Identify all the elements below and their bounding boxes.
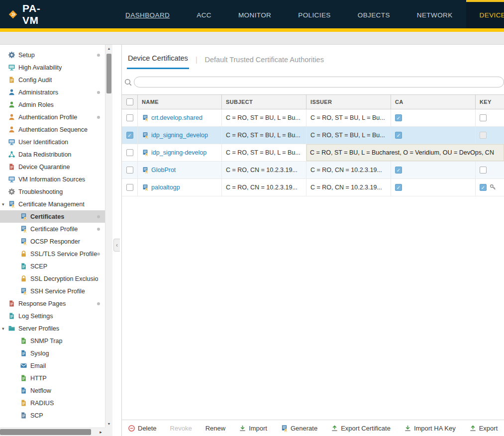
nav-item-monitor[interactable]: MONITOR [225, 0, 285, 28]
sidebar-item-authentication-sequence[interactable]: Authentication Sequence [0, 123, 105, 136]
nav-item-device[interactable]: DEVICE [466, 0, 504, 28]
column-header-ca[interactable]: CA [391, 95, 476, 109]
vertical-scroll-thumb[interactable] [106, 54, 111, 93]
sidebar-item-label: Authentication Sequence [18, 126, 88, 133]
sidebar-item-high-availability[interactable]: High Availability [0, 61, 105, 74]
scroll-down-button[interactable] [105, 420, 112, 428]
sidebar-item-http[interactable]: HTTP [0, 372, 105, 384]
sidebar-item-icon [8, 325, 15, 332]
toolbar-button-label: Import HA Key [414, 425, 456, 432]
issuer-text: C = RO, CN = 10.2.3.19... [310, 184, 382, 191]
expand-arrow-icon[interactable] [2, 326, 8, 331]
toolbar-button-icon [469, 425, 477, 432]
name-cell: crt.develop.shared [138, 109, 222, 126]
column-header-issuer[interactable]: ISSUER [306, 95, 391, 109]
sidebar-item-user-identification[interactable]: User Identification [0, 136, 105, 148]
sidebar-item-vm-information-sources[interactable]: VM Information Sources [0, 173, 105, 185]
issuer-cell: C = RO, ST = BU, L = Bu... [306, 109, 391, 126]
key-cell [476, 162, 504, 178]
certificate-name-link[interactable]: crt.develop.shared [151, 114, 202, 121]
sidebar-item-syslog[interactable]: Syslog [0, 347, 105, 359]
sidebar-collapse-handle[interactable] [113, 239, 120, 252]
toolbar-button-generate[interactable]: Generate [281, 425, 317, 432]
sidebar-item-config-audit[interactable]: Config Audit [0, 74, 105, 86]
sidebar-item-email[interactable]: Email [0, 359, 105, 372]
select-all-checkbox[interactable] [126, 98, 133, 105]
sidebar-item-ocsp-responder[interactable]: OCSP Responder [0, 235, 105, 248]
certificate-name-link[interactable]: idp_signing_develop [151, 132, 208, 139]
sidebar: Setup High Availability Config Audit Adm… [0, 45, 105, 428]
column-header-name[interactable]: NAME [138, 95, 222, 109]
sidebar-item-scp[interactable]: SCP [0, 409, 105, 422]
tab-separator: | [189, 56, 204, 69]
tab-default-trusted-certificate-authorities[interactable]: Default Trusted Certificate Authorities [204, 56, 325, 69]
sidebar-vertical-scrollbar[interactable] [105, 45, 112, 428]
sidebar-item-device-quarantine[interactable]: Device Quarantine [0, 161, 105, 173]
certificate-icon [142, 132, 149, 139]
sidebar-item-server-profiles[interactable]: Server Profiles [0, 322, 105, 335]
sidebar-horizontal-scrollbar[interactable] [0, 428, 105, 436]
column-header-key[interactable]: KEY [476, 95, 504, 109]
row-checkbox[interactable] [126, 184, 133, 191]
row-checkbox[interactable] [126, 114, 133, 121]
subject-cell: C = RO, ST = BU, L = Bu... [222, 127, 306, 144]
sidebar-item-certificates[interactable]: Certificates [0, 210, 105, 223]
certificate-name-link[interactable]: idp_signing-develop [151, 149, 206, 156]
sidebar-item-label: SCEP [30, 263, 47, 270]
nav-item-policies[interactable]: POLICIES [285, 0, 344, 28]
toolbar-button-renew[interactable]: Renew [205, 425, 225, 432]
column-header-subject[interactable]: SUBJECT [222, 95, 306, 109]
scrollbar-corner [105, 428, 112, 436]
status-dot [97, 253, 100, 256]
nav-item-objects[interactable]: OBJECTS [344, 0, 403, 28]
sidebar-item-data-redistribution[interactable]: Data Redistribution [0, 148, 105, 161]
sidebar-item-admin-roles[interactable]: Admin Roles [0, 98, 105, 111]
sidebar-item-label: SCP [30, 412, 43, 419]
sidebar-item-icon [20, 250, 27, 258]
sidebar-item-scep[interactable]: SCEP [0, 260, 105, 272]
paloalto-logo-icon [8, 7, 18, 22]
status-dot [97, 54, 100, 57]
nav-item-network[interactable]: NETWORK [403, 0, 466, 28]
sidebar-item-setup[interactable]: Setup [0, 49, 105, 61]
horizontal-scroll-thumb[interactable] [0, 429, 91, 435]
sidebar-item-administrators[interactable]: Administrators [0, 86, 105, 98]
row-checkbox[interactable] [126, 149, 133, 156]
expand-arrow-icon[interactable] [2, 202, 8, 207]
scroll-up-button[interactable] [105, 45, 112, 52]
toolbar-button-export-certificate[interactable]: Export Certificate [331, 425, 391, 432]
sidebar-item-ssl-decryption-exclusio[interactable]: SSL Decryption Exclusio [0, 272, 105, 285]
sidebar-item-ssl-tls-service-profile[interactable]: SSL/TLS Service Profile [0, 248, 105, 260]
certificate-icon [142, 184, 149, 191]
toolbar-button-export[interactable]: Export [469, 425, 498, 432]
sidebar-item-log-settings[interactable]: Log Settings [0, 310, 105, 322]
sidebar-item-troubleshooting[interactable]: Troubleshooting [0, 185, 105, 198]
row-checkbox[interactable] [126, 132, 133, 139]
tab-device-certificates[interactable]: Device Certificates [127, 54, 189, 69]
sidebar-item-certificate-profile[interactable]: Certificate Profile [0, 223, 105, 235]
certificate-name-link[interactable]: paloaltogp [151, 184, 180, 191]
sidebar-item-netflow[interactable]: Netflow [0, 384, 105, 397]
sidebar-item-label: VM Information Sources [18, 176, 85, 183]
main-panel: Device Certificates | Default Trusted Ce… [121, 45, 504, 436]
search-input[interactable] [134, 77, 504, 87]
key-checkbox [480, 114, 487, 121]
sidebar-item-snmp-trap[interactable]: SNMP Trap [0, 335, 105, 347]
toolbar-button-delete[interactable]: Delete [128, 425, 157, 432]
row-select-cell [122, 127, 138, 144]
sidebar-item-radius[interactable]: RADIUS [0, 397, 105, 409]
row-checkbox[interactable] [126, 167, 133, 174]
sidebar-item-response-pages[interactable]: Response Pages [0, 297, 105, 310]
toolbar-button-revoke[interactable]: Revoke [170, 425, 192, 432]
toolbar-button-import-ha-key[interactable]: Import HA Key [404, 425, 456, 432]
sidebar-item-authentication-profile[interactable]: Authentication Profile [0, 111, 105, 123]
sidebar-item-label: Data Redistribution [18, 151, 71, 158]
toolbar-button-import[interactable]: Import [239, 425, 267, 432]
status-dot [97, 302, 100, 305]
scroll-right-button[interactable] [97, 428, 105, 436]
nav-item-acc[interactable]: ACC [183, 0, 225, 28]
nav-item-dashboard[interactable]: DASHBOARD [112, 0, 183, 28]
sidebar-item-ssh-service-profile[interactable]: SSH Service Profile [0, 285, 105, 297]
certificate-name-link[interactable]: GlobProt [151, 167, 176, 174]
sidebar-item-certificate-management[interactable]: Certificate Management [0, 198, 105, 210]
